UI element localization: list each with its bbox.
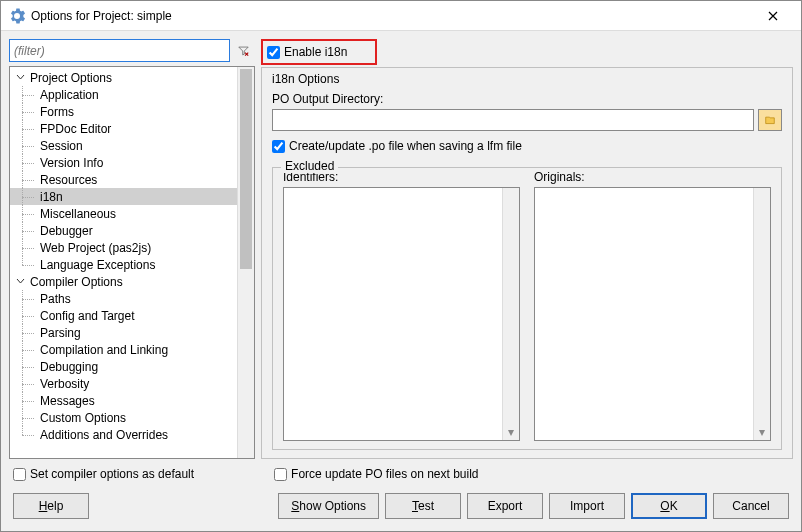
tree-item[interactable]: Messages xyxy=(10,392,237,409)
tree-item-label: Verbosity xyxy=(40,377,89,391)
enable-row: Enable i18n xyxy=(261,39,793,67)
tree-item-label: Messages xyxy=(40,394,95,408)
tree-item[interactable]: Forms xyxy=(10,103,237,120)
chevron-down-icon[interactable] xyxy=(14,276,26,288)
options-dialog: Options for Project: simple Project Opti… xyxy=(0,0,802,532)
originals-listbox[interactable]: ▾ xyxy=(534,187,771,441)
enable-i18n-checkbox[interactable]: Enable i18n xyxy=(267,45,347,59)
left-column: Project OptionsApplicationFormsFPDoc Edi… xyxy=(9,39,255,459)
button-row: Help Show Options Test Export Import OK … xyxy=(9,489,793,523)
tree-item[interactable]: FPDoc Editor xyxy=(10,120,237,137)
tree-item-label: Custom Options xyxy=(40,411,126,425)
titlebar: Options for Project: simple xyxy=(1,1,801,31)
window-title: Options for Project: simple xyxy=(31,9,753,23)
tree-item-label: Additions and Overrides xyxy=(40,428,168,442)
right-column: Enable i18n i18n Options PO Output Direc… xyxy=(261,39,793,459)
tree-item-label: Forms xyxy=(40,105,74,119)
chevron-down-icon: ▾ xyxy=(754,423,770,440)
tree-item[interactable]: Session xyxy=(10,137,237,154)
set-compiler-default-label: Set compiler options as default xyxy=(30,467,194,481)
tree-item[interactable]: i18n xyxy=(10,188,237,205)
filter-input[interactable] xyxy=(9,39,230,62)
tree-group-label: Compiler Options xyxy=(30,275,123,289)
tree-scrollbar-thumb[interactable] xyxy=(240,69,252,269)
tree-item-label: i18n xyxy=(40,190,63,204)
tree-item[interactable]: Parsing xyxy=(10,324,237,341)
excluded-title: Excluded xyxy=(281,159,338,173)
footer-checkbox-row: Set compiler options as default Force up… xyxy=(9,465,793,483)
filter-row xyxy=(9,39,255,62)
tree-item-label: Session xyxy=(40,139,83,153)
tree-item[interactable]: Language Exceptions xyxy=(10,256,237,273)
tree-item-label: Compilation and Linking xyxy=(40,343,168,357)
tree-item-label: Application xyxy=(40,88,99,102)
tree-item[interactable]: Miscellaneous xyxy=(10,205,237,222)
content-area: Project OptionsApplicationFormsFPDoc Edi… xyxy=(1,31,801,531)
create-update-checkbox[interactable]: Create/update .po file when saving a lfm… xyxy=(272,139,782,153)
tree-item-label: Debugger xyxy=(40,224,93,238)
tree-item[interactable]: Config and Target xyxy=(10,307,237,324)
import-button[interactable]: Import xyxy=(549,493,625,519)
close-icon xyxy=(768,11,778,21)
tree-item-label: FPDoc Editor xyxy=(40,122,111,136)
po-dir-input[interactable] xyxy=(272,109,754,131)
originals-column: Originals: ▾ xyxy=(534,170,771,441)
tree-scrollbar[interactable] xyxy=(237,67,254,458)
app-gear-icon xyxy=(9,8,25,24)
tree-item-label: Config and Target xyxy=(40,309,135,323)
identifiers-scrollbar[interactable]: ▾ xyxy=(502,188,519,440)
i18n-options-title: i18n Options xyxy=(272,72,782,86)
tree-item[interactable]: Application xyxy=(10,86,237,103)
po-dir-label: PO Output Directory: xyxy=(272,92,782,106)
help-button[interactable]: Help xyxy=(13,493,89,519)
force-update-checkbox[interactable]: Force update PO files on next build xyxy=(274,467,478,481)
tree-item-label: Debugging xyxy=(40,360,98,374)
tree-item-label: Parsing xyxy=(40,326,81,340)
tree-group[interactable]: Compiler Options xyxy=(10,273,237,290)
tree-group-label: Project Options xyxy=(30,71,112,85)
tree-item[interactable]: Debugger xyxy=(10,222,237,239)
ok-button[interactable]: OK xyxy=(631,493,707,519)
export-button[interactable]: Export xyxy=(467,493,543,519)
tree-item-label: Paths xyxy=(40,292,71,306)
tree-item-label: Language Exceptions xyxy=(40,258,155,272)
cancel-button[interactable]: Cancel xyxy=(713,493,789,519)
force-update-label: Force update PO files on next build xyxy=(291,467,478,481)
chevron-down-icon: ▾ xyxy=(503,423,519,440)
options-tree[interactable]: Project OptionsApplicationFormsFPDoc Edi… xyxy=(9,66,255,459)
enable-i18n-label: Enable i18n xyxy=(284,45,347,59)
filter-clear-button[interactable] xyxy=(232,39,255,62)
tree-item-label: Resources xyxy=(40,173,97,187)
tree-group[interactable]: Project Options xyxy=(10,69,237,86)
tree-item[interactable]: Compilation and Linking xyxy=(10,341,237,358)
test-button[interactable]: Test xyxy=(385,493,461,519)
tree-item[interactable]: Paths xyxy=(10,290,237,307)
highlight-enable-i18n: Enable i18n xyxy=(261,39,377,65)
po-dir-row xyxy=(272,109,782,131)
i18n-options-group: i18n Options PO Output Directory: Create… xyxy=(261,67,793,459)
chevron-down-icon[interactable] xyxy=(14,72,26,84)
tree-item[interactable]: Verbosity xyxy=(10,375,237,392)
set-compiler-default-checkbox[interactable]: Set compiler options as default xyxy=(13,467,194,481)
tree-item[interactable]: Additions and Overrides xyxy=(10,426,237,443)
tree-item[interactable]: Debugging xyxy=(10,358,237,375)
originals-label: Originals: xyxy=(534,170,771,184)
upper-row: Project OptionsApplicationFormsFPDoc Edi… xyxy=(9,39,793,459)
folder-icon xyxy=(765,114,775,126)
identifiers-column: Identifiers: ▾ xyxy=(283,170,520,441)
close-button[interactable] xyxy=(753,2,793,30)
originals-scrollbar[interactable]: ▾ xyxy=(753,188,770,440)
create-update-label: Create/update .po file when saving a lfm… xyxy=(289,139,522,153)
tree-item[interactable]: Web Project (pas2js) xyxy=(10,239,237,256)
filter-clear-icon xyxy=(238,44,249,58)
show-options-button[interactable]: Show Options xyxy=(278,493,379,519)
tree-item[interactable]: Custom Options xyxy=(10,409,237,426)
tree-item[interactable]: Resources xyxy=(10,171,237,188)
po-dir-browse-button[interactable] xyxy=(758,109,782,131)
identifiers-listbox[interactable]: ▾ xyxy=(283,187,520,441)
tree-item[interactable]: Version Info xyxy=(10,154,237,171)
excluded-group: Excluded Identifiers: ▾ xyxy=(272,167,782,450)
tree-item-label: Web Project (pas2js) xyxy=(40,241,151,255)
tree-item-label: Version Info xyxy=(40,156,103,170)
tree-item-label: Miscellaneous xyxy=(40,207,116,221)
